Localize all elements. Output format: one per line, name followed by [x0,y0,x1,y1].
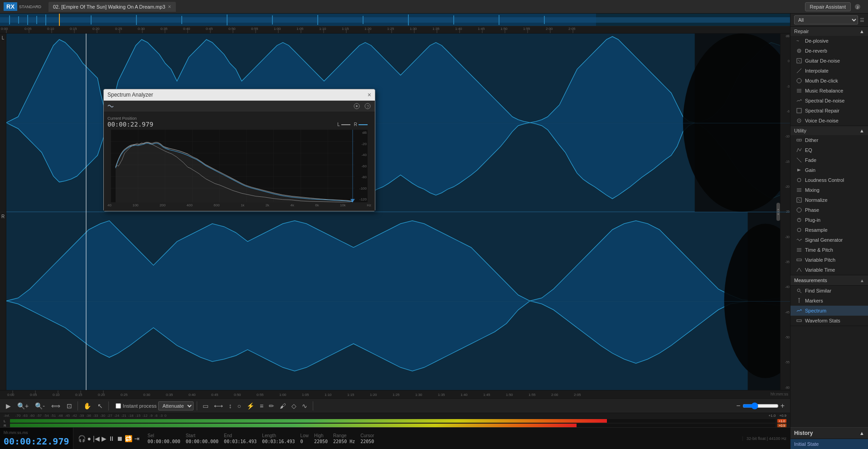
module-item-loudness-control[interactable]: Loudness Control [790,175,868,185]
svg-line-128 [797,158,801,162]
spectrum-close-button[interactable]: × [368,91,371,98]
zoom-out-button[interactable]: 🔍- [33,401,47,411]
spectrum-icon [796,307,802,314]
module-item-voice-de-noise[interactable]: Voice De-noise [790,116,868,126]
module-item-resample[interactable]: Resample [790,225,868,235]
module-item-spectral-repair[interactable]: Spectral Repair [790,106,868,116]
hand-tool-button[interactable]: ✋ [81,401,93,411]
eraser-button[interactable]: ◇ [289,401,299,411]
svg-point-130 [797,178,801,182]
waveform-canvas[interactable]: dB0-3-6-10-15-20-25-30-35-40-45-50-55-60 [6,34,790,390]
time-select-button[interactable]: ⟷ [212,401,225,411]
module-item-markers[interactable]: Markers [790,296,868,306]
module-item-eq[interactable]: EQ [790,145,868,155]
zoom-selection-button[interactable]: ⊡ [64,401,74,411]
module-item-de-plosive[interactable]: ~ De-plosive [790,36,868,46]
spectrum-hz-axis: 40 100 200 400 600 1k 2k 4k 6k 10k Hz [107,202,371,207]
module-item-spectrum[interactable]: Spectrum [790,306,868,316]
module-item-plug-in[interactable]: Plug-in [790,215,868,225]
high-value: 22050 [314,439,328,444]
file-tab[interactable]: 02. [Empire Of The Sun] Walking On A Dre… [48,2,176,12]
spectrum-toolbar: ? [104,101,375,112]
repair-section-label: Repair [794,29,809,34]
signal-generator-icon [796,237,802,243]
record-button[interactable]: ● [87,435,91,442]
music-rebalance-icon [796,88,802,94]
waveform-area[interactable]: L R [0,34,790,390]
module-item-de-reverb[interactable]: De-reverb [790,46,868,56]
zoom-minus-button[interactable]: − [736,402,740,410]
instant-process-label[interactable]: Instant process [116,403,157,409]
voice-de-noise-icon [796,117,802,124]
spectrum-help-icon[interactable]: ? [364,102,371,110]
mouth-de-click-label: Mouth De-click [805,78,838,83]
ch-l-line [341,124,350,125]
play-toggle-button[interactable]: ▶ [4,401,13,411]
module-item-guitar-de-noise[interactable]: Guitar De-noise [790,56,868,66]
monitor-button[interactable]: 🎧 [78,435,86,442]
level-meters: L +1.0 R +0.9 [0,418,790,427]
svg-rect-11 [136,15,137,25]
module-item-spectral-de-noise[interactable]: Spectral De-noise [790,96,868,106]
bounce-button[interactable]: ⇥ [134,435,140,442]
time-format-indicator[interactable]: hh:mm:ss.ms [4,430,69,435]
svg-rect-15 [317,15,318,25]
brush-button[interactable]: 🖌 [277,401,288,411]
zoom-plus-button[interactable]: + [781,402,785,410]
module-item-time-pitch[interactable]: Time & Pitch [790,245,868,255]
module-item-variable-pitch[interactable]: Variable Pitch [790,255,868,265]
history-header[interactable]: History ▲ [790,428,868,439]
interpolate-label: Interpolate [805,68,829,73]
pointer-tool-button[interactable]: ↖ [95,401,105,411]
corner-icon[interactable]: ♪ [851,0,864,14]
stamp-button[interactable]: ∿ [300,401,310,411]
module-item-interpolate[interactable]: Interpolate [790,66,868,76]
module-item-dither[interactable]: Dither [790,135,868,145]
module-item-fade[interactable]: Fade [790,155,868,165]
module-item-mouth-de-click[interactable]: Mouth De-click [790,76,868,86]
phase-label: Phase [805,207,819,213]
pencil-button[interactable]: ✏ [267,401,276,411]
utility-section-header[interactable]: Utility ▲ [790,126,868,135]
harmonic-select-button[interactable]: ≡ [257,401,266,411]
module-item-mixing[interactable]: Mixing [790,185,868,195]
rewind-button[interactable]: |◀ [93,435,100,442]
pause-button[interactable]: ⏸ [108,435,115,442]
tab-close[interactable]: × [168,4,171,10]
spectrum-settings-icon[interactable] [353,102,360,110]
zoom-slider[interactable] [742,402,779,410]
rect-select-button[interactable]: ▭ [200,401,211,411]
channel-label-l: L [0,34,6,212]
module-item-signal-generator[interactable]: Signal Generator [790,235,868,245]
module-item-normalize[interactable]: Normalize [790,195,868,205]
info-boxes: Sel 00:00:00.000 Start 00:00:00.000 End … [144,433,741,444]
attenuate-select[interactable]: Attenuate [158,401,194,410]
svg-point-136 [797,208,801,212]
magic-wand-button[interactable]: ⚡ [244,401,257,411]
module-item-variable-time[interactable]: Variable Time [790,265,868,275]
overview-waveform[interactable] [0,14,790,26]
stop-button[interactable]: ⏹ [116,435,123,442]
start-label: Start [186,433,218,438]
measurements-section-header[interactable]: Measurements ▲ [790,275,868,286]
repair-assistant-button[interactable]: Repair Assistant [805,2,851,11]
instant-process-checkbox[interactable] [116,403,121,409]
module-filter-select[interactable]: All Repair Utility Measurements [794,15,858,24]
loop-button[interactable]: 🔁 [125,435,132,442]
repair-section-header[interactable]: Repair ▲ [790,27,868,36]
zoom-fit-button[interactable]: ⟺ [49,401,63,411]
zoom-in-button[interactable]: 🔍+ [15,401,31,411]
length-info: Length 00:03:16.493 [262,433,295,444]
initial-state-item[interactable]: Initial State [790,439,868,449]
module-item-music-rebalance[interactable]: Music Rebalance [790,86,868,96]
play-button[interactable]: ▶ [102,435,107,442]
lasso-select-button[interactable]: ○ [235,401,243,411]
module-item-gain[interactable]: Gain [790,165,868,175]
guitar-de-noise-label: Guitar De-noise [805,58,840,63]
svg-text:2:05: 2:05 [568,27,576,31]
module-item-waveform-stats[interactable]: Waveform Stats [790,316,868,326]
freq-select-button[interactable]: ↕ [226,401,234,411]
module-item-find-similar[interactable]: Find Similar [790,286,868,296]
module-item-phase[interactable]: Phase [790,205,868,215]
filter-menu-icon[interactable]: ☰ [860,17,864,23]
